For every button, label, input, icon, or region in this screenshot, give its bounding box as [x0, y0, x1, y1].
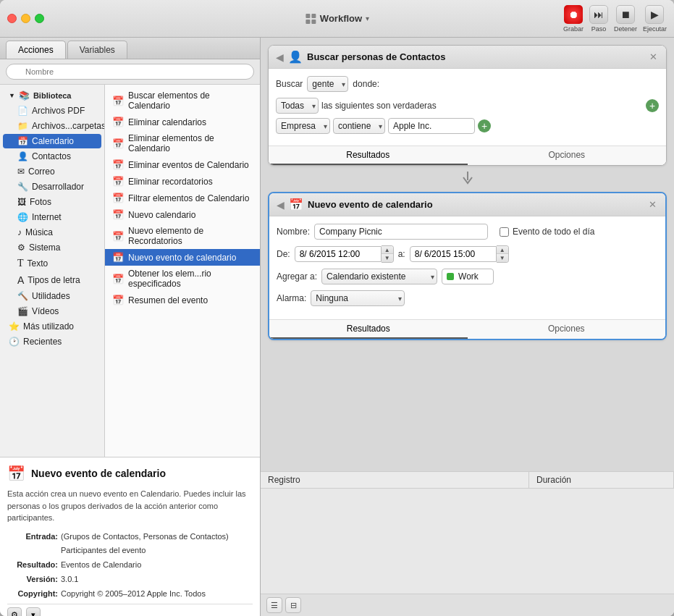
actions-list: 📅 Buscar elementos de Calendario 📅 Elimi…	[105, 85, 260, 457]
title-dropdown-icon[interactable]: ▾	[366, 14, 369, 22]
category-item-pdf[interactable]: 📄 Archivos PDF	[3, 104, 101, 118]
card2-a-up[interactable]: ▲	[497, 246, 508, 254]
gear-button[interactable]: ⚙	[7, 607, 22, 616]
category-item-correo[interactable]: ✉ Correo	[3, 164, 101, 179]
card1-footer: Resultados Opciones	[269, 145, 666, 165]
grabar-icon: ⏺	[564, 5, 583, 24]
grabar-button[interactable]: ⏺ Grabar	[563, 5, 584, 33]
category-item-desarrollador[interactable]: 🔧 Desarrollador	[3, 180, 101, 194]
card2-todo-dia-label: Evento de todo el día	[513, 227, 594, 237]
card2-resultados-tab[interactable]: Resultados	[269, 320, 468, 339]
card2-header: ◀ 📅 Nuevo evento de calendario ✕	[269, 193, 665, 216]
action-item-nuevo-evento[interactable]: 📅 Nuevo evento de calendario	[105, 249, 260, 266]
paso-button[interactable]: ⏭ Paso	[589, 5, 608, 33]
card1-gente-wrapper: gente	[307, 76, 348, 92]
main-content: Acciones Variables 🔍 ▼ 📚 Biblioteca	[0, 38, 674, 616]
action-item-buscar-elementos[interactable]: 📅 Buscar elementos de Calendario	[105, 88, 260, 114]
category-item-calendario[interactable]: 📅 Calendario	[3, 134, 101, 148]
card1-resultados-tab[interactable]: Resultados	[269, 146, 468, 165]
card1-collapse-icon[interactable]: ◀	[276, 51, 284, 63]
tab-acciones[interactable]: Acciones	[6, 41, 66, 59]
card1-gente-select[interactable]: gente	[307, 76, 348, 92]
ejecutar-label: Ejecutar	[643, 25, 667, 33]
maximize-button[interactable]	[35, 14, 44, 23]
card2-footer: Resultados Opciones	[269, 319, 665, 339]
tab-variables[interactable]: Variables	[67, 41, 127, 59]
detener-icon: ⏹	[616, 5, 635, 24]
log-content	[261, 489, 674, 594]
log-clear-button[interactable]: ☰	[266, 597, 282, 613]
svg-rect-1	[311, 14, 316, 18]
card1-add-rule-button[interactable]: +	[646, 99, 659, 112]
card2-de-down[interactable]: ▼	[382, 254, 393, 262]
card2-close-button[interactable]: ✕	[646, 199, 658, 211]
connector-arrow	[453, 172, 482, 186]
action-item-eliminar-elementos[interactable]: 📅 Eliminar elementos de Calendario	[105, 130, 260, 156]
category-item-musica[interactable]: ♪ Música	[3, 225, 101, 240]
card1-todas-wrapper: Todas	[276, 98, 319, 114]
card2-body: Nombre: Evento de todo el día De:	[269, 216, 665, 319]
category-item-sistema[interactable]: ⚙ Sistema	[3, 240, 101, 255]
info-row-resultado: Resultado: Eventos de Calendario	[7, 558, 253, 573]
archivos-icon: 📁	[17, 121, 28, 131]
calendario-icon: 📅	[17, 136, 28, 146]
category-item-recientes[interactable]: 🕑 Recientes	[3, 334, 101, 349]
category-item-contactos[interactable]: 👤 Contactos	[3, 149, 101, 164]
log-filter-button[interactable]: ⊟	[285, 597, 301, 613]
card2-ninguna-select[interactable]: Ninguna	[311, 290, 405, 306]
action-item-nuevo-elemento[interactable]: 📅 Nuevo elemento de Recordatorios	[105, 223, 260, 249]
detener-button[interactable]: ⏹ Detener	[614, 5, 637, 33]
info-icon: 📅	[7, 465, 25, 482]
utilidades-icon: 🔨	[17, 291, 28, 301]
card2-work-select[interactable]: Work	[457, 269, 489, 284]
card1-contiene-select[interactable]: contiene	[333, 118, 385, 134]
toolbar-buttons: ⏺ Grabar ⏭ Paso ⏹ Detener ▶ Ejecutar	[563, 5, 667, 33]
action-item-eliminar-recordatorios[interactable]: 📅 Eliminar recordatorios	[105, 173, 260, 190]
card2-a-down[interactable]: ▼	[497, 254, 508, 262]
search-input[interactable]	[6, 64, 254, 80]
category-item-internet[interactable]: 🌐 Internet	[3, 210, 101, 224]
card2-collapse-icon[interactable]: ◀	[277, 199, 285, 211]
info-row-entrada: Entrada: (Grupos de Contactos, Personas …	[7, 530, 253, 559]
card2-todo-dia-checkbox[interactable]	[500, 227, 509, 237]
card2-opciones-tab[interactable]: Opciones	[468, 320, 666, 339]
close-button[interactable]	[7, 14, 17, 23]
action-item-obtener[interactable]: 📅 Obtener los elem...rio especificados	[105, 266, 260, 292]
card2-agregar-label: Agregar a:	[277, 271, 317, 282]
card2-a-input[interactable]	[410, 246, 497, 262]
svg-rect-2	[306, 20, 310, 24]
action-item-nuevo-calendario[interactable]: 📅 Nuevo calendario	[105, 206, 260, 223]
internet-icon: 🌐	[17, 212, 28, 222]
workflow-canvas[interactable]: ◀ 👤 Buscar personas de Contactos ✕ Busca…	[261, 38, 674, 471]
category-item-videos[interactable]: 🎬 Vídeos	[3, 304, 101, 318]
card1-add-filter-button[interactable]: +	[478, 119, 491, 132]
card2-todo-dia-row: Evento de todo el día	[500, 227, 594, 237]
tipos-icon: A	[17, 274, 24, 286]
info-row-version: Versión: 3.0.1	[7, 573, 253, 587]
category-item-utilidades[interactable]: 🔨 Utilidades	[3, 289, 101, 303]
paso-label: Paso	[591, 25, 607, 33]
card2-nombre-input[interactable]	[314, 224, 488, 240]
category-item-biblioteca[interactable]: ▼ 📚 Biblioteca	[3, 88, 101, 103]
category-item-tipos[interactable]: A Tipos de letra	[3, 272, 101, 288]
info-expand-button[interactable]: ▾	[26, 607, 41, 616]
action-item-eliminar-calendarios[interactable]: 📅 Eliminar calendarios	[105, 114, 260, 130]
category-item-fotos[interactable]: 🖼 Fotos	[3, 195, 101, 209]
card1-todas-select[interactable]: Todas	[276, 98, 319, 114]
card2-calendario-select[interactable]: Calendario existente	[321, 269, 437, 284]
category-item-masutilizado[interactable]: ⭐ Más utilizado	[3, 319, 101, 334]
action-item-eliminar-eventos[interactable]: 📅 Eliminar eventos de Calendario	[105, 156, 260, 173]
card1-apple-input[interactable]	[388, 118, 475, 134]
action-item-filtrar[interactable]: 📅 Filtrar elementos de Calendario	[105, 190, 260, 206]
card2-de-up[interactable]: ▲	[382, 246, 393, 254]
minimize-button[interactable]	[21, 14, 30, 23]
category-item-archivos[interactable]: 📁 Archivos...carpetas	[3, 119, 101, 133]
card1-empresa-select[interactable]: Empresa	[276, 118, 330, 134]
card2-de-input[interactable]	[295, 246, 382, 262]
action-item-resumen[interactable]: 📅 Resumen del evento	[105, 292, 260, 308]
card1-close-button[interactable]: ✕	[647, 51, 659, 63]
card1-opciones-tab[interactable]: Opciones	[468, 146, 667, 165]
category-item-texto[interactable]: T Texto	[3, 256, 101, 271]
correo-icon: ✉	[17, 166, 25, 177]
ejecutar-button[interactable]: ▶ Ejecutar	[643, 5, 667, 33]
